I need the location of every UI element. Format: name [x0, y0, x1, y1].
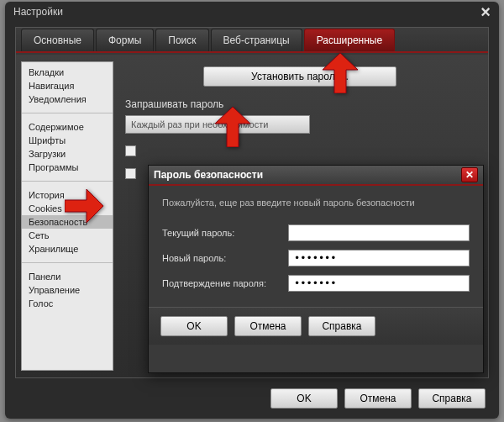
sidebar-item-downloads[interactable]: Загрузки	[22, 147, 113, 161]
sidebar-item-notifications[interactable]: Уведомления	[22, 92, 113, 106]
confirm-password-input[interactable]	[288, 275, 470, 292]
ask-password-label: Запрашивать пароль	[125, 98, 481, 110]
sidebar-item-network[interactable]: Сеть	[22, 229, 113, 242]
dialog-cancel-button[interactable]: Отмена	[234, 316, 302, 336]
checkbox-1[interactable]	[125, 145, 136, 156]
dialog-ok-button[interactable]: OK	[160, 316, 228, 336]
sidebar-item-storage[interactable]: Хранилище	[22, 242, 113, 256]
dialog-close-icon[interactable]: ✕	[461, 167, 478, 182]
tabs-bar: Основные Формы Поиск Веб-страницы Расшир…	[16, 28, 488, 53]
password-dialog: Пароль безопасности ✕ Пожалуйста, еще ра…	[148, 165, 484, 373]
ask-password-select[interactable]	[125, 115, 310, 134]
tab-basic[interactable]: Основные	[21, 29, 94, 51]
new-password-input[interactable]	[288, 250, 470, 266]
current-password-label: Текущий пароль:	[162, 228, 288, 238]
checkbox-row-1	[125, 145, 481, 156]
close-icon[interactable]: ×	[480, 6, 491, 18]
sidebar-item-panels[interactable]: Панели	[22, 270, 113, 283]
sidebar: Вкладки Навигация Уведомления Содержимое…	[21, 61, 113, 371]
dialog-title: Пароль безопасности	[154, 169, 263, 181]
footer-buttons: OK Отмена Справка	[270, 388, 486, 409]
set-password-button[interactable]: Установить пароль...	[203, 66, 396, 87]
dialog-buttons: OK Отмена Справка	[149, 307, 483, 345]
sidebar-item-content[interactable]: Содержимое	[22, 120, 113, 134]
sidebar-item-management[interactable]: Управление	[22, 283, 113, 297]
dialog-titlebar: Пароль безопасности ✕	[149, 166, 483, 186]
titlebar: Настройки ×	[5, 2, 499, 22]
sidebar-item-tabs[interactable]: Вкладки	[22, 66, 113, 79]
sidebar-item-cookies[interactable]: Cookies	[22, 202, 113, 215]
tab-search[interactable]: Поиск	[155, 29, 208, 51]
sidebar-item-navigation[interactable]: Навигация	[22, 79, 113, 92]
confirm-password-label: Подтверждение пароля:	[162, 278, 288, 288]
new-password-label: Новый пароль:	[162, 253, 288, 263]
dialog-message: Пожалуйста, еще раз введите новый пароль…	[162, 198, 470, 208]
sidebar-item-history[interactable]: История	[22, 188, 113, 202]
tab-advanced[interactable]: Расширенные	[304, 29, 396, 51]
dialog-body: Пожалуйста, еще раз введите новый пароль…	[149, 186, 483, 307]
sidebar-item-security[interactable]: Безопасность	[22, 215, 113, 229]
dialog-help-button[interactable]: Справка	[308, 316, 375, 336]
footer-help-button[interactable]: Справка	[418, 388, 486, 409]
footer-ok-button[interactable]: OK	[270, 388, 338, 409]
tab-webpages[interactable]: Веб-страницы	[211, 29, 302, 51]
footer-cancel-button[interactable]: Отмена	[344, 388, 412, 409]
checkbox-2[interactable]	[125, 168, 136, 179]
sidebar-item-voice[interactable]: Голос	[22, 297, 113, 310]
sidebar-item-programs[interactable]: Программы	[22, 161, 113, 174]
current-password-input[interactable]	[288, 224, 470, 241]
window-title: Настройки	[13, 6, 63, 18]
sidebar-item-fonts[interactable]: Шрифты	[22, 134, 113, 147]
tab-forms[interactable]: Формы	[96, 29, 154, 51]
